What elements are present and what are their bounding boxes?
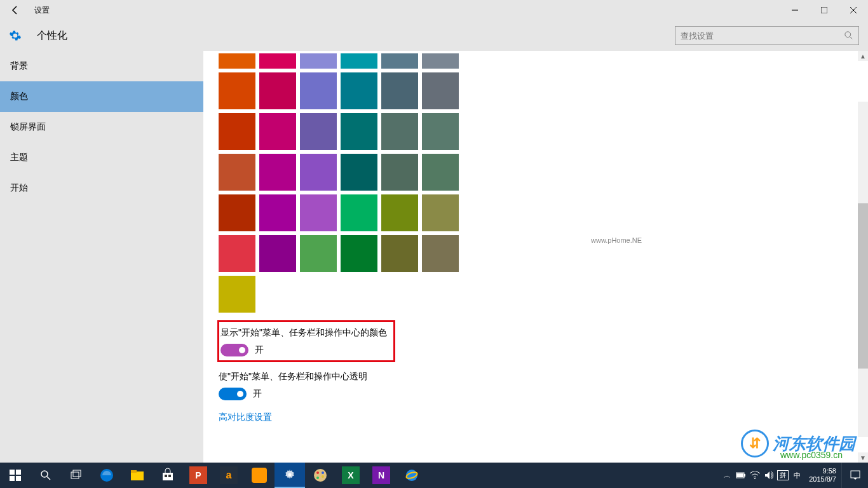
tray-volume-icon[interactable] bbox=[762, 463, 776, 488]
taskbar-powerpoint[interactable]: P bbox=[183, 463, 214, 488]
svg-rect-12 bbox=[71, 472, 79, 478]
taskbar-paint[interactable] bbox=[305, 463, 336, 488]
taskbar-onenote[interactable]: N bbox=[366, 463, 397, 488]
close-button[interactable] bbox=[839, 0, 868, 20]
color-swatch[interactable] bbox=[259, 154, 296, 191]
color-swatch[interactable] bbox=[422, 194, 459, 231]
tray-battery-icon[interactable] bbox=[734, 463, 748, 488]
svg-point-23 bbox=[322, 471, 324, 474]
tray-ime-mode[interactable]: 中 bbox=[790, 463, 804, 488]
svg-rect-15 bbox=[131, 471, 144, 480]
color-swatch[interactable] bbox=[259, 113, 296, 150]
search-box[interactable] bbox=[675, 26, 859, 45]
color-swatch[interactable] bbox=[259, 53, 296, 69]
color-swatch[interactable] bbox=[381, 154, 418, 191]
color-swatch[interactable] bbox=[381, 194, 418, 231]
taskbar-app-orange[interactable] bbox=[244, 463, 275, 488]
highlighted-setting: 显示"开始"菜单、任务栏和操作中心的颜色 开 bbox=[217, 320, 395, 362]
tray-date: 2015/8/7 bbox=[809, 475, 836, 484]
color-swatch[interactable] bbox=[422, 72, 459, 109]
start-button[interactable] bbox=[0, 463, 31, 488]
color-swatch[interactable] bbox=[219, 113, 255, 150]
color-swatch[interactable] bbox=[422, 154, 459, 191]
taskview-button[interactable] bbox=[61, 463, 92, 488]
color-swatch[interactable] bbox=[259, 194, 296, 231]
color-swatch[interactable] bbox=[259, 235, 296, 272]
high-contrast-link[interactable]: 高对比度设置 bbox=[219, 412, 272, 423]
sidebar-item-background[interactable]: 背景 bbox=[0, 51, 203, 81]
sidebar-item-colors[interactable]: 颜色 bbox=[0, 81, 203, 112]
sidebar: 背景 颜色 锁屏界面 主题 开始 bbox=[0, 51, 203, 463]
color-swatch[interactable] bbox=[300, 53, 337, 69]
color-swatch[interactable] bbox=[341, 235, 377, 272]
svg-point-4 bbox=[845, 32, 851, 37]
color-swatch[interactable] bbox=[300, 154, 337, 191]
color-swatch[interactable] bbox=[341, 194, 377, 231]
color-swatch[interactable] bbox=[381, 53, 418, 69]
transparency-state: 开 bbox=[253, 388, 262, 400]
tray-clock[interactable]: 9:58 2015/8/7 bbox=[804, 467, 841, 484]
search-button[interactable] bbox=[31, 463, 61, 488]
transparency-toggle[interactable] bbox=[219, 388, 247, 400]
color-swatch[interactable] bbox=[259, 72, 296, 109]
back-button[interactable] bbox=[0, 0, 31, 20]
color-swatch-extra[interactable] bbox=[219, 276, 255, 313]
color-swatch[interactable] bbox=[300, 113, 337, 150]
color-swatch[interactable] bbox=[300, 72, 337, 109]
svg-rect-32 bbox=[851, 471, 860, 478]
color-swatch[interactable] bbox=[219, 72, 255, 109]
color-swatch[interactable] bbox=[341, 72, 377, 109]
color-swatch[interactable] bbox=[300, 194, 337, 231]
system-tray: ︿ 拼 中 9:58 2015/8/7 bbox=[720, 463, 868, 488]
gear-icon bbox=[9, 29, 22, 42]
scrollbar-up[interactable]: ▲ bbox=[858, 51, 868, 61]
taskbar-ie[interactable] bbox=[397, 463, 427, 488]
svg-rect-16 bbox=[131, 470, 137, 473]
svg-rect-18 bbox=[165, 475, 167, 477]
svg-rect-29 bbox=[744, 474, 745, 477]
taskbar-store[interactable] bbox=[153, 463, 183, 488]
scrollbar-track[interactable] bbox=[858, 102, 868, 437]
taskbar-explorer[interactable] bbox=[122, 463, 153, 488]
color-swatch[interactable] bbox=[341, 154, 377, 191]
taskbar-edge[interactable] bbox=[92, 463, 122, 488]
content-area: 显示"开始"菜单、任务栏和操作中心的颜色 开 使"开始"菜单、任务栏和操作中心透… bbox=[203, 51, 868, 463]
tray-wifi-icon[interactable] bbox=[748, 463, 762, 488]
tray-ime-icon[interactable]: 拼 bbox=[776, 463, 790, 488]
minimize-button[interactable] bbox=[780, 0, 810, 20]
scrollbar-down[interactable]: ▼ bbox=[858, 452, 868, 463]
titlebar: 设置 bbox=[0, 0, 868, 20]
tray-chevron-icon[interactable]: ︿ bbox=[720, 463, 734, 488]
taskbar-settings[interactable] bbox=[275, 463, 305, 488]
color-swatch[interactable] bbox=[381, 235, 418, 272]
color-swatch[interactable] bbox=[219, 235, 255, 272]
color-swatch[interactable] bbox=[422, 235, 459, 272]
sidebar-item-start[interactable]: 开始 bbox=[0, 173, 203, 203]
sidebar-item-lockscreen[interactable]: 锁屏界面 bbox=[0, 112, 203, 142]
color-swatch[interactable] bbox=[422, 53, 459, 69]
color-swatch[interactable] bbox=[219, 53, 255, 69]
svg-rect-13 bbox=[73, 470, 81, 477]
taskbar-excel[interactable]: X bbox=[336, 463, 366, 488]
color-swatch[interactable] bbox=[300, 235, 337, 272]
show-color-toggle[interactable] bbox=[220, 344, 248, 356]
color-swatch[interactable] bbox=[381, 113, 418, 150]
color-swatch[interactable] bbox=[422, 113, 459, 150]
maximize-button[interactable] bbox=[810, 0, 839, 20]
svg-rect-8 bbox=[10, 476, 15, 481]
color-swatch[interactable] bbox=[381, 72, 418, 109]
header: 个性化 bbox=[0, 20, 868, 51]
color-swatch[interactable] bbox=[219, 194, 255, 231]
svg-line-5 bbox=[850, 37, 853, 39]
color-swatch[interactable] bbox=[219, 154, 255, 191]
sidebar-item-themes[interactable]: 主题 bbox=[0, 142, 203, 173]
svg-rect-30 bbox=[736, 473, 743, 477]
transparency-label: 使"开始"菜单、任务栏和操作中心透明 bbox=[219, 371, 853, 383]
scrollbar-thumb[interactable] bbox=[858, 203, 868, 369]
taskbar-amazon[interactable]: a bbox=[214, 463, 244, 488]
color-swatch[interactable] bbox=[341, 53, 377, 69]
tray-notifications-icon[interactable] bbox=[841, 463, 868, 488]
search-input[interactable] bbox=[681, 31, 844, 41]
color-swatch[interactable] bbox=[341, 113, 377, 150]
svg-point-24 bbox=[316, 477, 319, 479]
